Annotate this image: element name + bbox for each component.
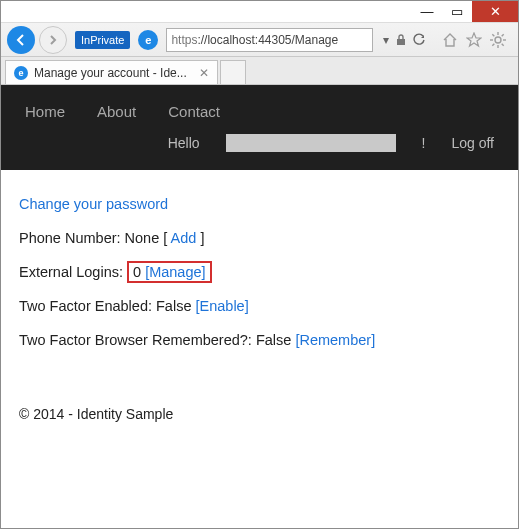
gear-icon[interactable] <box>490 32 506 48</box>
lock-icon <box>395 34 407 46</box>
new-tab-button[interactable] <box>220 60 246 84</box>
browser-remember-link[interactable]: [Remember] <box>295 332 375 348</box>
nav-home[interactable]: Home <box>25 103 65 120</box>
back-button[interactable] <box>7 26 35 54</box>
svg-line-9 <box>502 34 504 36</box>
dropdown-icon[interactable]: ▾ <box>383 33 389 47</box>
browser-tab[interactable]: e Manage your account - Ide... ✕ <box>5 60 218 84</box>
manage-content: Change your password Phone Number: None … <box>1 170 518 382</box>
external-logins-manage-link[interactable]: [Manage] <box>145 264 205 280</box>
arrow-left-icon <box>14 33 28 47</box>
url-text: ://localhost:44305/Manage <box>197 33 338 47</box>
svg-line-7 <box>502 43 504 45</box>
two-factor-row: Two Factor Enabled: False [Enable] <box>19 298 500 314</box>
site-navbar: Home About Contact Hello ! Log off <box>1 85 518 170</box>
minimize-button[interactable]: — <box>412 1 442 22</box>
external-logins-highlight: 0 [Manage] <box>127 261 212 283</box>
external-logins-row: External Logins: 0 [Manage] <box>19 264 500 280</box>
phone-close-bracket: ] <box>196 230 204 246</box>
tab-strip: e Manage your account - Ide... ✕ <box>1 57 518 85</box>
nav-about[interactable]: About <box>97 103 136 120</box>
refresh-icon[interactable] <box>413 33 426 46</box>
address-bar-icons: ▾ <box>377 33 432 47</box>
two-factor-label: Two Factor Enabled: False <box>19 298 196 314</box>
url-scheme: https <box>171 33 197 47</box>
forward-button[interactable] <box>39 26 67 54</box>
home-icon[interactable] <box>442 32 458 48</box>
window-titlebar: — ▭ ✕ <box>1 1 518 23</box>
svg-line-6 <box>492 34 494 36</box>
toolbar-right <box>436 32 512 48</box>
external-logins-label: External Logins: <box>19 264 123 280</box>
address-bar[interactable]: https://localhost:44305/Manage <box>166 28 373 52</box>
copyright-text: © 2014 - Identity Sample <box>19 406 173 422</box>
tab-close-icon[interactable]: ✕ <box>199 66 209 80</box>
username-redacted <box>226 134 396 152</box>
page-footer: © 2014 - Identity Sample <box>1 382 518 446</box>
ie-logo-icon: e <box>138 30 158 50</box>
maximize-button[interactable]: ▭ <box>442 1 472 22</box>
close-button[interactable]: ✕ <box>472 1 518 22</box>
browser-toolbar: InPrivate e https://localhost:44305/Mana… <box>1 23 518 57</box>
browser-remembered-row: Two Factor Browser Remembered?: False [R… <box>19 332 500 348</box>
hello-text: Hello <box>168 135 200 151</box>
ie-favicon-icon: e <box>14 66 28 80</box>
phone-add-link[interactable]: Add <box>171 230 197 246</box>
arrow-right-icon <box>47 34 59 46</box>
svg-rect-0 <box>397 39 405 45</box>
browser-remembered-label: Two Factor Browser Remembered?: False <box>19 332 295 348</box>
change-password-link[interactable]: Change your password <box>19 196 168 212</box>
svg-line-8 <box>492 43 494 45</box>
two-factor-enable-link[interactable]: [Enable] <box>196 298 249 314</box>
star-icon[interactable] <box>466 32 482 48</box>
browser-window: — ▭ ✕ InPrivate e https://localhost:4430… <box>0 0 519 529</box>
external-logins-count: 0 <box>133 264 141 280</box>
nav-contact[interactable]: Contact <box>168 103 220 120</box>
phone-row: Phone Number: None [ Add ] <box>19 230 500 246</box>
svg-point-1 <box>495 37 501 43</box>
logoff-link[interactable]: Log off <box>451 135 494 151</box>
tab-title: Manage your account - Ide... <box>34 66 187 80</box>
inprivate-badge: InPrivate <box>75 31 130 49</box>
page-viewport: Home About Contact Hello ! Log off Chang… <box>1 85 518 528</box>
phone-label: Phone Number: None [ <box>19 230 171 246</box>
hello-bang: ! <box>422 135 426 151</box>
